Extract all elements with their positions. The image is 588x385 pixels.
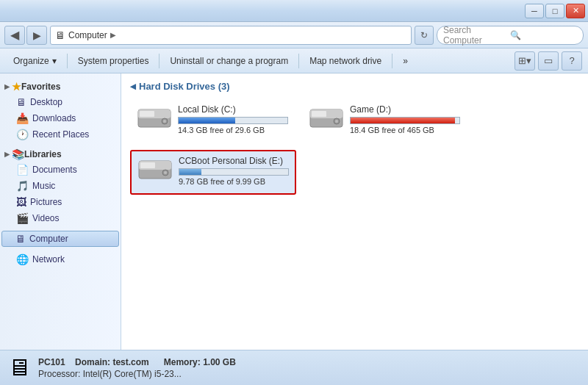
- status-info: PC101 Domain: test.com Memory: 1.00 GB P…: [38, 357, 236, 379]
- sidebar-item-downloads[interactable]: 📥 Downloads: [0, 110, 121, 126]
- system-properties-button[interactable]: System properties: [71, 51, 157, 71]
- uninstall-button[interactable]: Uninstall or change a program: [162, 51, 295, 71]
- computer-icon: 🖥: [55, 29, 65, 41]
- desktop-icon: 🖥: [16, 96, 26, 108]
- address-text: Computer: [68, 30, 107, 40]
- views-button[interactable]: ⊞▾: [514, 51, 535, 71]
- toolbar: Organize ▾ System properties Uninstall o…: [0, 48, 588, 73]
- sidebar-item-recent[interactable]: 🕐 Recent Places: [0, 126, 121, 143]
- search-icon: 🔍: [510, 30, 577, 40]
- svg-rect-2: [140, 111, 154, 117]
- sidebar-section-libraries-header[interactable]: ▶ 📚 Libraries: [0, 147, 121, 162]
- drive-item-1[interactable]: Game (D:)18.4 GB free of 465 GB: [302, 99, 467, 143]
- refresh-button[interactable]: ↻: [415, 26, 434, 45]
- svg-rect-12: [140, 162, 155, 168]
- status-processor-row: Processor: Intel(R) Core(TM) i5-23...: [38, 369, 236, 379]
- pc-status-icon: 🖥: [7, 354, 31, 381]
- favorites-star-icon: ★: [12, 81, 21, 93]
- sidebar: ▶ ★ Favorites 🖥 Desktop 📥 Downloads 🕐 Re…: [0, 73, 121, 350]
- svg-point-4: [163, 120, 166, 123]
- sidebar-item-documents[interactable]: 📄 Documents: [0, 162, 121, 178]
- title-bar: ─ □ ✕: [0, 0, 588, 22]
- close-button[interactable]: ✕: [566, 4, 585, 18]
- drive-progress-bg-0: [178, 117, 288, 124]
- drive-progress-fill-2: [179, 169, 201, 175]
- drive-item-2[interactable]: CCBoot Personal Disk (E:)9.78 GB free of…: [130, 150, 296, 195]
- section-title-text: Hard Disk Drives (3): [139, 81, 230, 92]
- status-bar: 🖥 PC101 Domain: test.com Memory: 1.00 GB…: [0, 350, 588, 385]
- drives-grid: Local Disk (C:)14.3 GB free of 29.6 GB G…: [130, 99, 579, 195]
- computer-nav-icon: 🖥: [15, 233, 26, 245]
- drive-space-1: 18.4 GB free of 465 GB: [350, 126, 460, 134]
- desktop-label: Desktop: [30, 97, 62, 107]
- toolbar-separator-2: [159, 54, 159, 68]
- maximize-button[interactable]: □: [545, 4, 564, 18]
- music-label: Music: [32, 181, 55, 191]
- sidebar-item-desktop[interactable]: 🖥 Desktop: [0, 94, 121, 110]
- processor-value: Intel(R) Core(TM) i5-23...: [83, 369, 182, 379]
- map-drive-label: Map network drive: [309, 56, 381, 66]
- organize-label: Organize: [13, 56, 49, 66]
- forward-button[interactable]: ▶: [26, 26, 47, 45]
- sidebar-section-favorites: ▶ ★ Favorites 🖥 Desktop 📥 Downloads 🕐 Re…: [0, 79, 121, 143]
- address-chevron-icon: ▶: [110, 31, 116, 39]
- recent-icon: 🕐: [16, 129, 29, 140]
- drive-name-2: CCBoot Personal Disk (E:): [179, 156, 289, 166]
- libraries-label: Libraries: [24, 149, 62, 159]
- sidebar-item-pictures[interactable]: 🖼 Pictures: [0, 194, 121, 210]
- drive-icon-1: [309, 105, 344, 134]
- toolbar-separator-3: [298, 54, 299, 68]
- memory-label: Memory:: [164, 357, 201, 367]
- sidebar-section-network: 🌐 Network: [0, 251, 121, 267]
- sidebar-item-music[interactable]: 🎵 Music: [0, 178, 121, 194]
- sidebar-section-favorites-header[interactable]: ▶ ★ Favorites: [0, 79, 121, 94]
- help-button[interactable]: ?: [562, 51, 582, 71]
- map-drive-button[interactable]: Map network drive: [302, 51, 389, 71]
- sidebar-section-libraries: ▶ 📚 Libraries 📄 Documents 🎵 Music 🖼 Pict…: [0, 147, 121, 226]
- search-placeholder: Search Computer: [443, 25, 510, 46]
- organize-button[interactable]: Organize ▾: [6, 51, 64, 71]
- pc-name-text: PC101: [38, 357, 65, 367]
- triangle-icon: ◀: [130, 82, 136, 90]
- documents-label: Documents: [32, 165, 77, 175]
- downloads-icon: 📥: [16, 112, 29, 124]
- chevron-down-icon: ▶: [4, 83, 10, 90]
- search-box[interactable]: Search Computer 🔍: [437, 26, 584, 45]
- library-icon: 📚: [12, 148, 24, 160]
- videos-icon: 🎬: [16, 212, 29, 224]
- drive-progress-fill-1: [351, 118, 455, 123]
- music-icon: 🎵: [16, 180, 29, 192]
- videos-label: Videos: [32, 213, 59, 223]
- svg-point-14: [164, 171, 167, 174]
- address-path[interactable]: 🖥 Computer ▶: [50, 26, 412, 45]
- sidebar-item-network[interactable]: 🌐 Network: [0, 251, 121, 267]
- toolbar-separator-4: [392, 54, 392, 68]
- drive-icon-2: [137, 156, 173, 185]
- drive-space-0: 14.3 GB free of 29.6 GB: [178, 126, 288, 134]
- main-area: ▶ ★ Favorites 🖥 Desktop 📥 Downloads 🕐 Re…: [0, 73, 588, 350]
- drive-progress-bg-2: [179, 168, 289, 176]
- documents-icon: 📄: [16, 164, 29, 176]
- svg-rect-7: [312, 111, 326, 117]
- sidebar-section-computer: 🖥 Computer: [0, 231, 121, 247]
- system-properties-label: System properties: [78, 56, 149, 66]
- uninstall-label: Uninstall or change a program: [170, 56, 288, 66]
- processor-label: Processor:: [38, 369, 80, 379]
- drive-item-0[interactable]: Local Disk (C:)14.3 GB free of 29.6 GB: [130, 99, 295, 143]
- drive-name-0: Local Disk (C:): [178, 104, 288, 115]
- minimize-button[interactable]: ─: [525, 4, 544, 18]
- sidebar-item-computer[interactable]: 🖥 Computer: [1, 231, 119, 247]
- computer-label: Computer: [29, 234, 68, 244]
- sidebar-item-videos[interactable]: 🎬 Videos: [0, 210, 121, 226]
- preview-pane-button[interactable]: ▭: [538, 51, 559, 71]
- more-button[interactable]: »: [395, 51, 415, 71]
- back-button[interactable]: ◀: [4, 26, 25, 45]
- status-pc-name: PC101 Domain: test.com Memory: 1.00 GB: [38, 357, 236, 367]
- drive-icon-0: [137, 105, 172, 134]
- recent-label: Recent Places: [32, 129, 89, 140]
- drive-name-1: Game (D:): [350, 104, 460, 115]
- organize-arrow-icon: ▾: [52, 56, 57, 66]
- drive-space-2: 9.78 GB free of 9.99 GB: [179, 177, 289, 186]
- toolbar-separator: [67, 54, 68, 68]
- section-title: ◀ Hard Disk Drives (3): [130, 81, 579, 92]
